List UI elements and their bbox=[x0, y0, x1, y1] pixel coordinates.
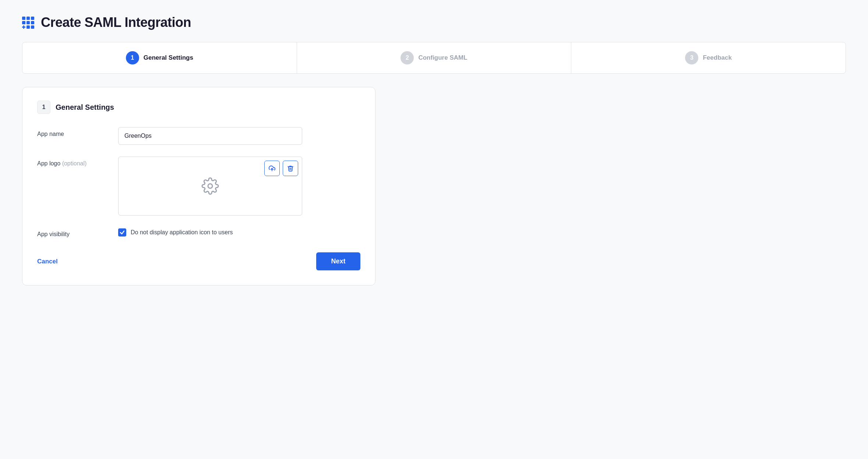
app-name-input[interactable] bbox=[118, 127, 302, 145]
gear-icon bbox=[201, 177, 219, 195]
trash-icon bbox=[287, 165, 294, 172]
app-name-label: App name bbox=[37, 127, 103, 137]
step-1[interactable]: 1 General Settings bbox=[22, 42, 297, 73]
step-1-circle: 1 bbox=[126, 51, 139, 64]
section-header: 1 General Settings bbox=[37, 101, 360, 114]
delete-button[interactable] bbox=[283, 161, 298, 176]
upload-button[interactable] bbox=[264, 161, 280, 176]
steps-bar: 1 General Settings 2 Configure SAML 3 Fe… bbox=[22, 42, 846, 74]
app-logo-optional: (optional) bbox=[62, 160, 87, 167]
app-logo-label: App logo (optional) bbox=[37, 157, 103, 167]
next-button[interactable]: Next bbox=[316, 252, 360, 270]
app-visibility-row: App visibility Do not display applicatio… bbox=[37, 227, 360, 238]
gear-icon-container bbox=[201, 177, 219, 195]
main-card: 1 General Settings App name App logo (op… bbox=[22, 87, 375, 285]
app-visibility-label: App visibility bbox=[37, 227, 103, 238]
page-header: Create SAML Integration bbox=[22, 15, 846, 30]
step-2[interactable]: 2 Configure SAML bbox=[297, 42, 572, 73]
visibility-checkbox[interactable] bbox=[118, 228, 126, 236]
step-3-label: Feedback bbox=[703, 54, 731, 62]
logo-upload-area[interactable] bbox=[118, 157, 302, 216]
app-logo-row: App logo (optional) bbox=[37, 157, 360, 216]
step-1-label: General Settings bbox=[144, 54, 193, 62]
section-number: 1 bbox=[37, 101, 50, 114]
page-title: Create SAML Integration bbox=[41, 15, 191, 30]
step-2-label: Configure SAML bbox=[418, 54, 467, 62]
section-title: General Settings bbox=[56, 103, 114, 112]
step-3[interactable]: 3 Feedback bbox=[571, 42, 846, 73]
step-3-circle: 3 bbox=[685, 51, 698, 64]
app-name-row: App name bbox=[37, 127, 360, 145]
cancel-button[interactable]: Cancel bbox=[37, 255, 58, 268]
upload-actions bbox=[264, 161, 298, 176]
visibility-checkbox-label: Do not display application icon to users bbox=[131, 229, 233, 236]
step-2-circle: 2 bbox=[401, 51, 414, 64]
svg-point-1 bbox=[208, 184, 212, 188]
upload-icon bbox=[269, 165, 275, 172]
app-icon bbox=[22, 17, 34, 29]
checkmark-icon bbox=[120, 230, 125, 235]
form-actions: Cancel Next bbox=[37, 252, 360, 270]
visibility-check-area[interactable]: Do not display application icon to users bbox=[118, 228, 233, 236]
